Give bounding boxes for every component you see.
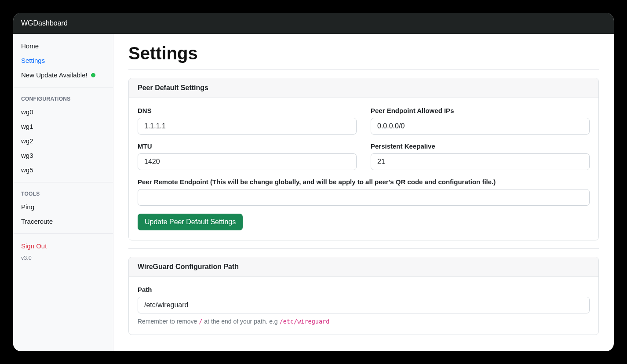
sidebar-item-ping[interactable]: Ping bbox=[13, 200, 113, 214]
path-label: Path bbox=[138, 286, 590, 293]
keepalive-input[interactable] bbox=[371, 153, 590, 170]
help-example: /etc/wireguard bbox=[280, 318, 330, 325]
sidebar-item-wg0[interactable]: wg0 bbox=[13, 105, 113, 119]
sidebar-item-traceroute[interactable]: Traceroute bbox=[13, 214, 113, 229]
app-window: WGDashboard Home Settings New Update Ava… bbox=[13, 13, 614, 351]
main-content: Settings Peer Default Settings DNS Peer … bbox=[113, 34, 614, 351]
help-middle: at the end of your path. e.g bbox=[202, 318, 279, 325]
sidebar-item-wg3[interactable]: wg3 bbox=[13, 148, 113, 163]
sidebar-item-update[interactable]: New Update Available! bbox=[13, 68, 113, 82]
sidebar-item-home[interactable]: Home bbox=[13, 39, 113, 53]
sidebar-item-wg2[interactable]: wg2 bbox=[13, 134, 113, 148]
brand: WGDashboard bbox=[13, 19, 113, 27]
status-dot-icon bbox=[91, 73, 95, 77]
sidebar-heading-tools: TOOLS bbox=[13, 187, 113, 200]
mtu-input[interactable] bbox=[138, 153, 357, 170]
allowed-ips-label: Peer Endpoint Allowed IPs bbox=[371, 107, 590, 114]
sidebar-item-wg5[interactable]: wg5 bbox=[13, 163, 113, 177]
sidebar-heading-configs: CONFIGURATIONS bbox=[13, 92, 113, 105]
keepalive-label: Persistent Keepalive bbox=[371, 142, 590, 150]
page-title: Settings bbox=[128, 44, 599, 63]
sidebar-version: v3.0 bbox=[13, 253, 113, 265]
sidebar: Home Settings New Update Available! CONF… bbox=[13, 34, 113, 351]
card-peer-defaults: Peer Default Settings DNS Peer Endpoint … bbox=[128, 78, 599, 240]
update-label: New Update Available! bbox=[21, 71, 87, 79]
allowed-ips-input[interactable] bbox=[371, 118, 590, 135]
help-prefix: Remember to remove bbox=[138, 318, 199, 325]
sidebar-item-wg1[interactable]: wg1 bbox=[13, 119, 113, 134]
card-header-wg-path: WireGuard Configuration Path bbox=[129, 257, 598, 277]
divider bbox=[128, 248, 599, 249]
mtu-label: MTU bbox=[138, 142, 357, 150]
divider bbox=[128, 69, 599, 70]
dns-input[interactable] bbox=[138, 118, 357, 135]
path-input[interactable] bbox=[138, 297, 590, 313]
topbar: WGDashboard bbox=[13, 13, 614, 34]
dns-label: DNS bbox=[138, 107, 357, 114]
remote-endpoint-label: Peer Remote Endpoint (This will be chang… bbox=[138, 178, 590, 186]
update-peer-defaults-button[interactable]: Update Peer Default Settings bbox=[138, 214, 243, 230]
sidebar-item-settings[interactable]: Settings bbox=[13, 53, 113, 68]
path-help-text: Remember to remove / at the end of your … bbox=[138, 318, 590, 325]
card-header-peer-defaults: Peer Default Settings bbox=[129, 78, 598, 98]
remote-endpoint-input[interactable] bbox=[138, 189, 590, 206]
card-wg-path: WireGuard Configuration Path Path Rememb… bbox=[128, 257, 599, 335]
sidebar-item-signout[interactable]: Sign Out bbox=[13, 239, 113, 253]
